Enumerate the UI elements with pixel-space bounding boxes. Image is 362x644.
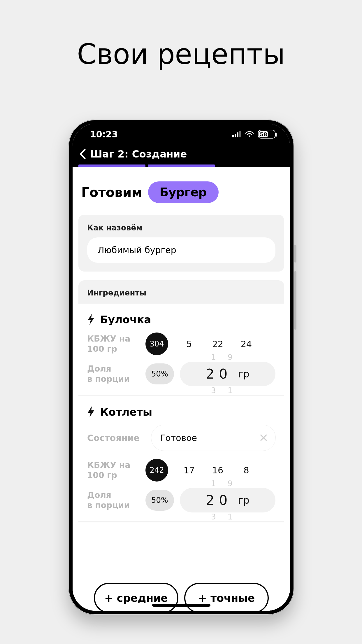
svg-rect-2 (237, 132, 238, 137)
state-label: Состояние (87, 433, 145, 443)
portion-value: 20 (206, 366, 232, 382)
recipe-type-chip[interactable]: Бургер (148, 181, 219, 203)
portion-unit: гр (238, 368, 249, 380)
battery-percent: 58 (259, 131, 268, 137)
progress-step (78, 164, 145, 167)
bolt-icon (87, 406, 96, 418)
recipe-name-input[interactable]: Любимый бургер (87, 237, 275, 263)
ingredient-card: Котлеты Состояние Готовое ✕ КБЖУ на100 г… (78, 397, 284, 522)
cooking-label: Готовим (81, 185, 142, 200)
page-title: Свои рецепты (0, 0, 362, 71)
protein-value: 5 (182, 339, 197, 349)
status-time: 10:23 (90, 129, 118, 139)
cellular-icon (232, 131, 241, 137)
battery-icon: 58 (258, 130, 275, 139)
share-label: Доляв порции (87, 364, 145, 384)
progress-step (148, 164, 215, 167)
ingredient-name: Котлеты (100, 406, 152, 418)
phone-frame: 10:23 58 Шаг 2: Создание (68, 120, 294, 615)
clear-icon[interactable]: ✕ (259, 431, 268, 444)
nav-header: Шаг 2: Создание (73, 145, 290, 167)
phone-side-button (294, 271, 296, 330)
status-bar: 10:23 58 (73, 124, 290, 145)
fat-value: 16 (210, 465, 225, 475)
recipe-type-row: Готовим Бургер (73, 167, 290, 215)
wifi-icon (245, 131, 254, 137)
phone-side-button (294, 245, 296, 262)
svg-rect-1 (235, 134, 236, 137)
ingredient-card: Булочка КБЖУ на100 гр 304 5 22 24 Дол (78, 305, 284, 396)
kbju-label: КБЖУ на100 гр (87, 334, 145, 354)
nav-title: Шаг 2: Создание (90, 148, 187, 160)
share-percent[interactable]: 50% (145, 363, 174, 384)
state-value: Готовое (160, 433, 197, 443)
phone-screen: 10:23 58 Шаг 2: Создание (73, 124, 290, 611)
portion-picker[interactable]: 19 20 гр 31 (180, 362, 275, 386)
portion-unit: гр (238, 494, 249, 506)
protein-value: 17 (182, 465, 197, 475)
bolt-icon (87, 314, 96, 326)
picker-ghost: 31 (211, 512, 244, 521)
svg-point-4 (249, 136, 250, 137)
kcal-value[interactable]: 304 (145, 332, 168, 355)
state-select[interactable]: Готовое ✕ (151, 425, 275, 451)
name-card: Как назовём Любимый бургер (78, 215, 284, 272)
portion-picker[interactable]: 19 20 гр 31 (180, 488, 275, 512)
carb-value: 24 (239, 339, 254, 349)
fat-value: 22 (210, 339, 225, 349)
home-indicator (152, 604, 210, 607)
content-area: Готовим Бургер Как назовём Любимый бурге… (73, 167, 290, 611)
picker-ghost: 19 (211, 353, 244, 362)
kcal-value[interactable]: 242 (145, 459, 168, 482)
ingredient-name: Булочка (100, 314, 151, 326)
back-button[interactable] (78, 148, 87, 160)
carb-value: 8 (239, 465, 254, 475)
kbju-label: КБЖУ на100 гр (87, 460, 145, 480)
ingredients-header: Ингредиенты (78, 280, 284, 304)
name-card-label: Как назовём (87, 223, 275, 232)
share-percent[interactable]: 50% (145, 490, 174, 511)
picker-ghost: 31 (211, 386, 244, 395)
share-label: Доляв порции (87, 490, 145, 510)
svg-rect-0 (232, 135, 234, 137)
progress-bar (78, 164, 284, 167)
svg-rect-3 (239, 131, 241, 137)
picker-ghost: 19 (211, 479, 244, 488)
progress-step (217, 164, 284, 167)
portion-value: 20 (206, 492, 232, 508)
